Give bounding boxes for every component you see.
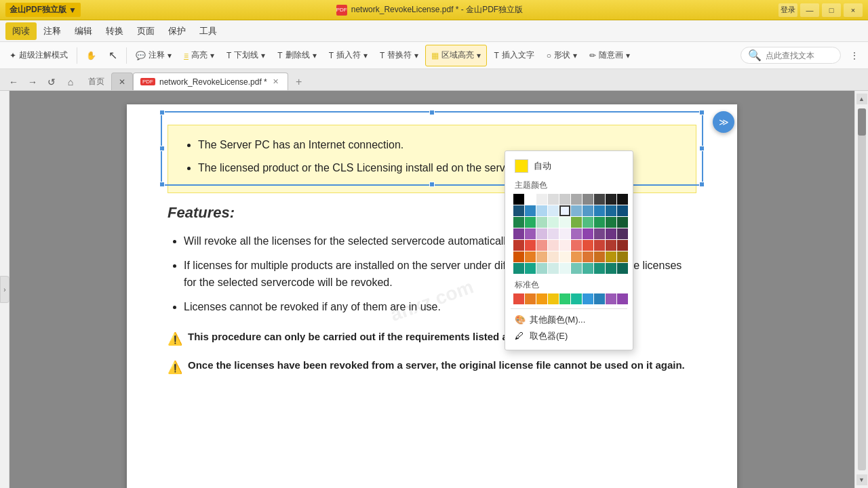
more-options-btn[interactable]: ⋮ <box>845 45 864 66</box>
theme-color-swatch[interactable] <box>606 194 616 205</box>
insert-symbol-btn[interactable]: T 插入符▾ <box>323 45 373 66</box>
theme-color-swatch[interactable] <box>606 205 616 216</box>
handle-tm[interactable] <box>429 110 435 115</box>
standard-color-swatch[interactable] <box>571 293 582 304</box>
theme-color-swatch[interactable] <box>594 263 605 274</box>
theme-color-swatch[interactable] <box>583 217 593 228</box>
close-btn[interactable]: × <box>844 3 863 17</box>
theme-color-swatch[interactable] <box>559 217 570 228</box>
comment-btn[interactable]: 💬 注释▾ <box>130 45 177 66</box>
theme-color-swatch[interactable] <box>525 228 536 239</box>
menu-read[interactable]: 阅读 <box>5 22 37 40</box>
active-tab[interactable]: PDF network_RevokeLicense.pdf * ✕ <box>133 73 288 90</box>
theme-color-swatch[interactable] <box>548 228 559 239</box>
menu-tools[interactable]: 工具 <box>193 22 224 40</box>
theme-color-swatch[interactable] <box>617 228 628 239</box>
search-area[interactable]: 🔍 <box>741 47 841 64</box>
theme-color-swatch[interactable] <box>525 263 536 274</box>
strikeout-btn[interactable]: T 删除线▾ <box>272 45 321 66</box>
standard-color-swatch[interactable] <box>606 293 616 304</box>
theme-color-swatch[interactable] <box>571 194 582 205</box>
highlight-btn[interactable]: ≡ 高亮▾ <box>178 45 220 66</box>
menu-page[interactable]: 页面 <box>130 22 161 40</box>
theme-color-swatch[interactable] <box>606 251 616 262</box>
menu-protect[interactable]: 保护 <box>161 22 193 40</box>
handle-br[interactable] <box>699 182 705 187</box>
home-btn[interactable]: ⌂ <box>62 74 79 90</box>
theme-color-swatch[interactable] <box>559 251 570 262</box>
standard-color-swatch[interactable] <box>617 293 628 304</box>
theme-color-swatch[interactable] <box>536 217 547 228</box>
scrollbar-thumb[interactable] <box>858 108 866 136</box>
theme-color-swatch[interactable] <box>617 263 628 274</box>
theme-color-swatch[interactable] <box>548 194 559 205</box>
handle-ml[interactable] <box>159 146 165 151</box>
replace-symbol-btn[interactable]: T 替换符▾ <box>374 45 424 66</box>
theme-color-swatch[interactable] <box>525 240 536 251</box>
menu-convert[interactable]: 转换 <box>99 22 130 40</box>
theme-color-swatch[interactable] <box>594 217 605 228</box>
theme-color-swatch[interactable] <box>606 263 616 274</box>
standard-color-swatch[interactable] <box>525 293 536 304</box>
menu-annotate[interactable]: 注释 <box>37 22 68 40</box>
theme-color-swatch[interactable] <box>583 251 593 262</box>
area-highlight-btn[interactable]: ▦ 区域高亮▾ <box>425 45 487 66</box>
theme-color-swatch[interactable] <box>513 217 524 228</box>
tab-close-icon[interactable]: ✕ <box>271 77 281 87</box>
underline-btn[interactable]: T 下划线▾ <box>221 45 271 66</box>
theme-color-swatch[interactable] <box>536 251 547 262</box>
standard-color-swatch[interactable] <box>536 293 547 304</box>
theme-color-swatch[interactable] <box>513 240 524 251</box>
handle-tr[interactable] <box>699 110 705 115</box>
theme-color-swatch[interactable] <box>594 205 605 216</box>
theme-color-swatch[interactable] <box>548 205 559 216</box>
theme-color-swatch[interactable] <box>571 263 582 274</box>
theme-color-swatch[interactable] <box>513 251 524 262</box>
theme-color-swatch[interactable] <box>536 263 547 274</box>
more-colors-row[interactable]: 🎨 其他颜色(M)... <box>511 312 627 328</box>
handle-mr[interactable] <box>699 146 705 151</box>
theme-color-swatch[interactable] <box>594 194 605 205</box>
minimize-btn[interactable]: — <box>800 3 819 17</box>
scrollbar-track[interactable] <box>858 108 866 470</box>
theme-color-swatch[interactable] <box>559 240 570 251</box>
standard-color-swatch[interactable] <box>513 293 524 304</box>
float-action-btn[interactable]: ≫ <box>713 111 734 133</box>
theme-color-swatch[interactable] <box>525 194 536 205</box>
theme-color-swatch[interactable] <box>513 228 524 239</box>
theme-color-swatch[interactable] <box>559 194 570 205</box>
theme-color-swatch[interactable] <box>594 240 605 251</box>
theme-color-swatch[interactable] <box>606 240 616 251</box>
theme-color-swatch[interactable] <box>571 217 582 228</box>
add-tab-btn[interactable]: + <box>291 74 307 90</box>
app-logo[interactable]: 金山PDF独立版 ▼ <box>5 3 81 17</box>
theme-color-swatch[interactable] <box>571 251 582 262</box>
eyedropper-row[interactable]: 🖊 取色器(E) <box>511 328 627 344</box>
theme-color-swatch[interactable] <box>536 240 547 251</box>
theme-color-swatch[interactable] <box>513 263 524 274</box>
super-explain-btn[interactable]: ✦ 超级注解模式 <box>4 45 73 66</box>
theme-color-swatch[interactable] <box>571 205 582 216</box>
theme-color-swatch[interactable] <box>617 194 628 205</box>
standard-color-swatch[interactable] <box>583 293 593 304</box>
theme-color-swatch[interactable] <box>583 228 593 239</box>
theme-color-swatch[interactable] <box>583 194 593 205</box>
theme-color-swatch[interactable] <box>536 194 547 205</box>
theme-color-swatch[interactable] <box>617 251 628 262</box>
theme-color-swatch[interactable] <box>571 240 582 251</box>
menu-edit[interactable]: 编辑 <box>68 22 99 40</box>
theme-color-swatch[interactable] <box>583 205 593 216</box>
theme-color-swatch[interactable] <box>594 251 605 262</box>
theme-color-swatch[interactable] <box>548 251 559 262</box>
theme-color-swatch[interactable] <box>548 240 559 251</box>
theme-color-swatch[interactable] <box>548 217 559 228</box>
theme-color-swatch[interactable] <box>606 228 616 239</box>
scroll-up-btn[interactable]: ▲ <box>856 94 867 104</box>
freehand-btn[interactable]: ✏ 随意画▾ <box>584 45 635 66</box>
forward-btn[interactable]: → <box>24 74 41 90</box>
theme-color-swatch[interactable] <box>617 205 628 216</box>
user-login-btn[interactable]: 登录 <box>778 3 797 17</box>
theme-color-swatch[interactable] <box>583 240 593 251</box>
home-tab-label[interactable]: 首页 <box>81 73 111 90</box>
tab-close-btn[interactable]: ✕ <box>111 73 133 90</box>
